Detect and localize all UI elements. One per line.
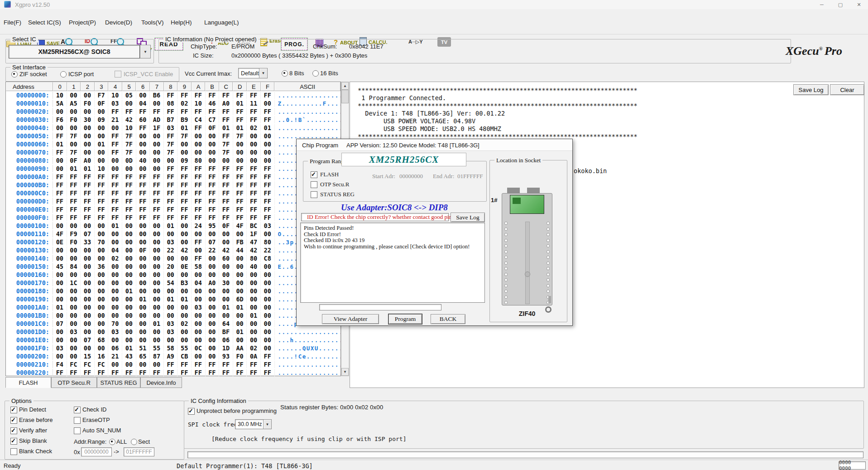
hex-byte-cell[interactable]: 00 (67, 287, 81, 295)
hex-byte-cell[interactable]: 70 (108, 320, 122, 327)
hex-byte-cell[interactable]: B3 (177, 279, 192, 286)
hex-byte-cell[interactable]: 00 (247, 271, 261, 278)
hex-byte-cell[interactable]: 00 (136, 222, 150, 229)
hex-byte-cell[interactable]: 65 (136, 353, 150, 360)
hex-byte-cell[interactable]: FF (108, 141, 122, 148)
hex-byte-cell[interactable]: FF (81, 206, 95, 213)
hex-byte-cell[interactable]: 95 (206, 222, 220, 229)
hex-byte-cell[interactable]: 00 (67, 222, 81, 229)
hex-byte-cell[interactable]: FF (219, 108, 233, 115)
hex-byte-cell[interactable]: 01 (233, 304, 247, 311)
hex-byte-cell[interactable]: 00 (122, 312, 136, 319)
hex-byte-cell[interactable]: 47 (247, 238, 261, 246)
hex-byte-cell[interactable]: 00 (192, 353, 206, 360)
hex-byte-cell[interactable]: FF (233, 165, 247, 172)
hex-byte-cell[interactable]: FF (150, 181, 164, 189)
hex-byte-cell[interactable]: FF (108, 108, 122, 115)
hex-byte-cell[interactable]: 0A (247, 353, 261, 360)
addr-to-field[interactable]: 01FFFFFF (124, 447, 154, 456)
hex-byte-cell[interactable]: FF (81, 198, 95, 205)
hex-byte-cell[interactable]: 58 (192, 263, 206, 270)
hex-byte-cell[interactable]: 00 (261, 336, 275, 344)
hex-byte-cell[interactable]: 01 (108, 222, 122, 229)
hex-byte-cell[interactable]: FF (206, 214, 220, 221)
hex-byte-cell[interactable]: 01 (247, 312, 261, 319)
hex-byte-cell[interactable]: 01 (81, 165, 95, 172)
hex-byte-cell[interactable]: 00 (108, 336, 122, 344)
hex-byte-cell[interactable]: 0F (67, 157, 81, 164)
hex-byte-cell[interactable]: 00 (67, 108, 81, 115)
hex-byte-cell[interactable]: 00 (122, 336, 136, 344)
hex-byte-cell[interactable]: 00 (108, 279, 122, 286)
hex-byte-cell[interactable]: FF (67, 181, 81, 189)
hex-byte-cell[interactable]: 42 (247, 247, 261, 254)
hex-byte-cell[interactable]: 04 (192, 279, 206, 286)
hex-byte-cell[interactable]: 7F (219, 149, 233, 156)
hex-byte-cell[interactable]: 03 (261, 222, 275, 229)
hex-byte-cell[interactable]: 01 (122, 287, 136, 295)
hex-byte-cell[interactable]: 0E (177, 263, 192, 270)
hex-byte-cell[interactable]: 1F (150, 124, 164, 131)
hex-byte-cell[interactable]: FF (122, 214, 136, 221)
hex-byte-cell[interactable]: FF (177, 361, 192, 368)
hex-byte-cell[interactable]: A0 (81, 157, 95, 164)
hex-byte-cell[interactable]: FF (247, 189, 261, 197)
hex-byte-cell[interactable]: 00 (122, 222, 136, 229)
hex-byte-cell[interactable]: FF (261, 198, 275, 205)
hex-byte-cell[interactable]: 01 (164, 296, 178, 303)
hex-byte-cell[interactable]: 00 (150, 296, 164, 303)
hex-byte-cell[interactable]: BC (247, 222, 261, 229)
hex-byte-cell[interactable]: FF (219, 361, 233, 368)
hex-byte-cell[interactable]: 10 (122, 124, 136, 131)
hex-byte-cell[interactable]: FF (233, 214, 247, 221)
hex-byte-cell[interactable]: 00 (261, 230, 275, 237)
hex-byte-cell[interactable]: 42 (177, 247, 192, 254)
hex-byte-cell[interactable]: FF (192, 173, 206, 180)
hex-byte-cell[interactable]: 00 (67, 92, 81, 99)
program-confirm-button[interactable]: Program (388, 314, 422, 324)
hex-byte-cell[interactable]: 00 (122, 255, 136, 262)
hex-byte-cell[interactable]: 00 (67, 124, 81, 131)
hex-byte-cell[interactable]: 00 (67, 304, 81, 311)
hex-byte-cell[interactable]: 00 (233, 336, 247, 344)
hex-byte-cell[interactable]: 00 (206, 255, 220, 262)
hex-byte-cell[interactable]: 00 (219, 312, 233, 319)
hex-byte-cell[interactable]: 0F (219, 222, 233, 229)
hex-byte-cell[interactable]: 00 (192, 247, 206, 254)
hex-byte-cell[interactable]: 00 (53, 353, 67, 360)
eraseotp-checkbox[interactable] (74, 417, 81, 424)
hex-byte-cell[interactable]: F9 (67, 230, 81, 237)
hex-byte-cell[interactable]: FF (136, 214, 150, 221)
hex-byte-cell[interactable]: 10 (53, 92, 67, 99)
hex-byte-cell[interactable]: 42 (219, 247, 233, 254)
hex-byte-cell[interactable]: FF (233, 108, 247, 115)
hex-byte-cell[interactable]: 00 (67, 353, 81, 360)
hex-byte-cell[interactable]: FF (192, 124, 206, 131)
hex-byte-cell[interactable]: 60 (136, 116, 150, 123)
hex-byte-cell[interactable]: 42 (122, 116, 136, 123)
unprotect-checkbox[interactable] (188, 408, 195, 415)
hex-byte-cell[interactable]: 00 (95, 255, 109, 262)
hex-byte-cell[interactable]: 00 (122, 361, 136, 368)
hex-byte-cell[interactable]: 01 (95, 141, 109, 148)
hex-byte-cell[interactable]: 00 (261, 141, 275, 148)
hex-byte-cell[interactable]: FF (219, 206, 233, 213)
hex-byte-cell[interactable]: 00 (261, 312, 275, 319)
hex-byte-cell[interactable]: FF (95, 214, 109, 221)
hex-byte-cell[interactable]: A0 (219, 100, 233, 107)
hex-byte-cell[interactable]: 10 (95, 165, 109, 172)
dialog-save-log-button[interactable]: Save Log (451, 213, 485, 222)
hex-byte-cell[interactable]: 00 (206, 304, 220, 311)
hex-byte-cell[interactable]: FF (261, 116, 275, 123)
hex-byte-cell[interactable]: 00 (150, 141, 164, 148)
hex-byte-cell[interactable]: 68 (95, 336, 109, 344)
hex-byte-cell[interactable]: 00 (261, 149, 275, 156)
hex-byte-cell[interactable]: FF (164, 214, 178, 221)
hex-byte-cell[interactable]: 00 (150, 287, 164, 295)
hex-byte-cell[interactable]: 00 (95, 344, 109, 352)
hex-byte-cell[interactable]: FF (261, 108, 275, 115)
hex-byte-cell[interactable]: FF (164, 181, 178, 189)
hex-byte-cell[interactable]: 00 (122, 320, 136, 327)
hex-byte-cell[interactable]: 7F (233, 132, 247, 140)
hex-byte-cell[interactable]: 00 (150, 157, 164, 164)
